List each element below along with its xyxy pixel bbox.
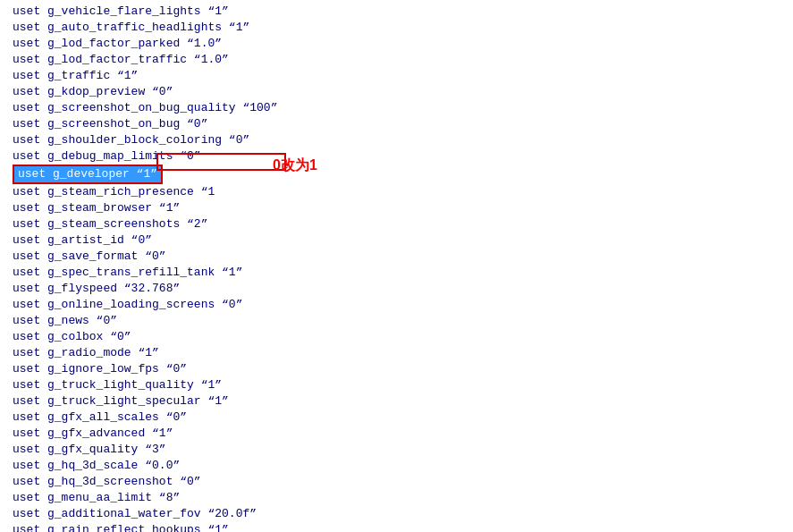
code-line: uset g_gfx_advanced “1” — [11, 426, 793, 442]
code-line: uset g_vehicle_flare_lights “1” — [11, 4, 793, 20]
code-line: uset g_auto_traffic_headlights “1” — [11, 20, 793, 36]
code-line: uset g_steam_rich_presence “1 — [11, 184, 793, 200]
code-line: uset g_truck_light_specular “1” — [11, 393, 793, 410]
code-line: uset g_spec_trans_refill_tank “1” — [11, 265, 793, 281]
code-line: uset g_screenshot_on_bug_quality “100” — [11, 100, 793, 116]
code-line: uset g_save_format “0” — [11, 249, 793, 265]
main-container: uset g_vehicle_flare_lights “1”uset g_au… — [0, 0, 793, 532]
code-line: uset g_menu_aa_limit “8” — [11, 490, 793, 506]
annotation-text: 0改为1 — [273, 156, 317, 175]
code-line: uset g_traffic “1” — [11, 68, 793, 84]
code-line: uset g_colbox “0” — [11, 329, 793, 345]
code-line: uset g_hq_3d_scale “0.0” — [11, 458, 793, 474]
code-line: uset g_truck_light_quality “1” — [11, 377, 793, 393]
code-line: uset g_ignore_low_fps “0” — [11, 361, 793, 377]
code-line: uset g_lod_factor_traffic “1.0” — [11, 52, 793, 68]
code-line: uset g_online_loading_screens “0” — [11, 297, 793, 313]
code-line: uset g_gfx_quality “3” — [11, 442, 793, 458]
code-line: uset g_flyspeed “32.768” — [11, 281, 793, 297]
code-editor: uset g_vehicle_flare_lights “1”uset g_au… — [0, 0, 793, 532]
code-line: uset g_steam_browser “1” — [11, 200, 793, 216]
code-line: uset g_artist_id “0” — [11, 232, 793, 249]
code-line: uset g_lod_factor_parked “1.0” — [11, 36, 793, 52]
code-line: uset g_radio_mode “1” — [11, 345, 793, 361]
code-line: uset g_rain_reflect_hookups “1” — [11, 522, 793, 532]
code-line: uset g_steam_screenshots “2” — [11, 216, 793, 232]
code-line: uset g_developer “1” — [11, 165, 793, 184]
code-line: uset g_screenshot_on_bug “0” — [11, 116, 793, 132]
code-line: uset g_additional_water_fov “20.0f” — [11, 506, 793, 522]
code-line: uset g_gfx_all_scales “0” — [11, 410, 793, 426]
code-line: uset g_hq_3d_screenshot “0” — [11, 474, 793, 490]
code-line: uset g_shoulder_block_coloring “0” — [11, 132, 793, 148]
code-line: uset g_kdop_preview “0” — [11, 84, 793, 100]
code-line: uset g_debug_map_limits “0” — [11, 148, 793, 165]
code-line: uset g_news “0” — [11, 313, 793, 329]
